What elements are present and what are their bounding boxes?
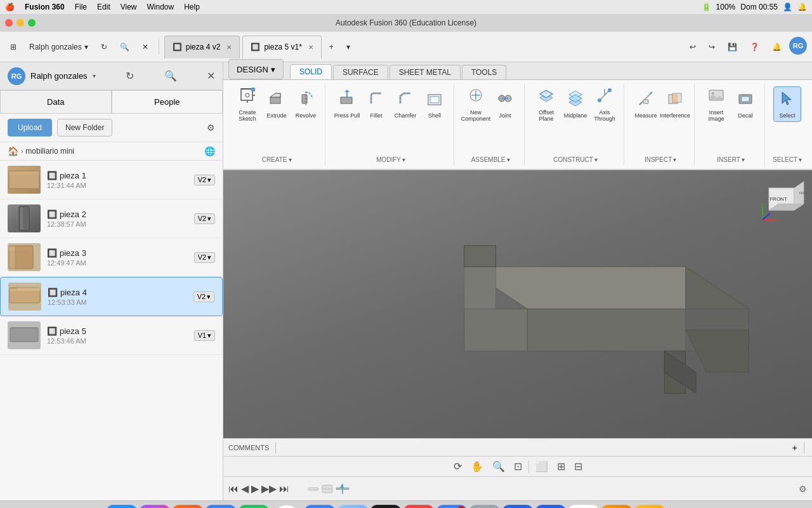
- menu-edit[interactable]: Edit: [97, 3, 110, 11]
- tab-overflow-button[interactable]: ▾: [341, 37, 355, 57]
- user-account-button[interactable]: Ralph gonzales ▾: [24, 37, 93, 57]
- ribbon-tab-surface[interactable]: SURFACE: [333, 65, 388, 79]
- comments-add-button[interactable]: +: [792, 443, 797, 453]
- pan-button[interactable]: ✋: [468, 459, 486, 474]
- navigation-cube[interactable]: FRONT RIGHT x y: [756, 175, 807, 226]
- refresh-button[interactable]: ↻: [96, 37, 112, 57]
- ribbon-tab-tools[interactable]: TOOLS: [462, 65, 506, 79]
- file-version-selector[interactable]: V2 ▾: [194, 175, 215, 185]
- animation-end-button[interactable]: ⏭: [279, 483, 289, 495]
- dock-item-launchpad[interactable]: 🚀: [173, 505, 203, 509]
- menu-window[interactable]: Window: [147, 3, 174, 11]
- upload-button[interactable]: Upload: [8, 119, 52, 137]
- shell-button[interactable]: Shell: [421, 86, 449, 122]
- dock-item-photos[interactable]: 🌸: [568, 505, 599, 509]
- zoom-button[interactable]: 🔍: [490, 459, 508, 474]
- select-button[interactable]: Select: [773, 86, 801, 122]
- new-component-button[interactable]: New Component: [462, 86, 490, 122]
- new-tab-button[interactable]: +: [324, 37, 339, 57]
- tab-pieza5[interactable]: 🔲 pieza 5 v1* ✕: [242, 36, 321, 58]
- list-item[interactable]: 🔲 pieza 1 12:31:44 AM V2 ▾: [0, 161, 223, 199]
- file-version-selector[interactable]: V2 ▾: [193, 291, 214, 302]
- dock-item-zoom[interactable]: 📹: [535, 505, 566, 509]
- grid-button[interactable]: ⊞: [554, 459, 568, 474]
- apple-logo-icon[interactable]: 🍎: [5, 3, 15, 11]
- dock-item-music[interactable]: 🎵: [403, 505, 434, 509]
- ribbon-tab-solid[interactable]: SOLID: [290, 64, 332, 79]
- chamfer-button[interactable]: Chamfer: [391, 86, 419, 122]
- dock-item-folder[interactable]: 📂: [337, 505, 368, 509]
- interference-button[interactable]: Interference: [661, 86, 689, 122]
- dock-item-iphone[interactable]: 📱: [370, 505, 401, 509]
- home-icon[interactable]: 🏠: [8, 146, 18, 156]
- dock-item-fusion360-alt[interactable]: 🟡: [634, 505, 665, 509]
- minimize-window-button[interactable]: [16, 19, 24, 27]
- user-avatar[interactable]: RG: [789, 37, 807, 55]
- press-pull-button[interactable]: Press Pull: [333, 86, 361, 122]
- measure-button[interactable]: Measure: [632, 86, 660, 122]
- dock-item-fusion360[interactable]: 🟠: [601, 505, 632, 509]
- sidebar-tab-people[interactable]: People: [112, 90, 223, 113]
- midplane-button[interactable]: Midplane: [561, 86, 589, 122]
- dock-item-sysprefs[interactable]: ⚙️: [469, 505, 500, 509]
- file-version-selector[interactable]: V2 ▾: [194, 252, 215, 263]
- search-button[interactable]: 🔍: [115, 37, 134, 57]
- dock-item-siri[interactable]: 🎙: [140, 505, 170, 509]
- save-button[interactable]: 💾: [723, 37, 742, 57]
- notifications-icon[interactable]: 🔔: [797, 3, 807, 11]
- maximize-window-button[interactable]: [28, 19, 36, 27]
- breadcrumb-folder[interactable]: mobiliario mini: [25, 147, 74, 156]
- undo-button[interactable]: ↩: [684, 37, 701, 57]
- search-sidebar-button[interactable]: 🔍: [164, 70, 177, 82]
- create-sketch-button[interactable]: CreateSketch: [233, 86, 261, 122]
- list-item[interactable]: 🔲 pieza 3 12:49:47 AM V2 ▾: [0, 238, 223, 277]
- animation-next-button[interactable]: ▶▶: [261, 483, 277, 495]
- tab-close-button[interactable]: ✕: [226, 44, 232, 51]
- joint-button[interactable]: Joint: [491, 86, 519, 122]
- viewport[interactable]: ◀ BROWSER ─ ▼ 👁 📄 pieza 5 v1 ⚙ ▶ ⚙ Docum…: [223, 170, 812, 500]
- layout-button[interactable]: ⊟: [572, 459, 585, 474]
- refresh-sidebar-button[interactable]: ↻: [126, 70, 134, 82]
- redo-button[interactable]: ↪: [704, 37, 720, 57]
- revolve-button[interactable]: Revolve: [292, 86, 320, 122]
- close-panel-button[interactable]: ✕: [137, 37, 154, 57]
- menu-file[interactable]: File: [75, 3, 87, 11]
- orbit-button[interactable]: ⟳: [451, 459, 464, 474]
- menu-help[interactable]: Help: [184, 3, 200, 11]
- dock-item-whatsapp[interactable]: 💬: [239, 505, 269, 509]
- notifications-bell-button[interactable]: 🔔: [767, 37, 787, 57]
- sidebar-tab-data[interactable]: Data: [0, 90, 112, 113]
- dock-item-word[interactable]: 📝: [502, 505, 533, 509]
- file-version-selector[interactable]: V1 ▾: [194, 330, 215, 341]
- list-item[interactable]: 🔲 pieza 2 12:38:57 AM V2 ▾: [0, 199, 223, 238]
- animation-settings-button[interactable]: ⚙: [799, 484, 807, 494]
- insert-image-button[interactable]: Insert Image: [702, 86, 730, 122]
- tab-close-button[interactable]: ✕: [308, 44, 313, 51]
- dock-item-mail[interactable]: ✉️: [304, 505, 335, 509]
- profile-icon[interactable]: 👤: [783, 3, 792, 11]
- offset-plane-button[interactable]: Offset Plane: [532, 86, 560, 122]
- tab-pieza4[interactable]: 🔲 pieza 4 v2 ✕: [164, 36, 240, 58]
- fillet-button[interactable]: Fillet: [362, 86, 390, 122]
- list-item[interactable]: 🔲 pieza 5 12:53:46 AM V1 ▾: [0, 316, 223, 355]
- ribbon-tab-sheet-metal[interactable]: SHEET METAL: [390, 65, 461, 79]
- menu-view[interactable]: View: [121, 3, 137, 11]
- dock-item-chrome[interactable]: 🟢: [272, 505, 302, 509]
- design-dropdown-button[interactable]: DESIGN ▾: [228, 59, 284, 79]
- new-folder-button[interactable]: New Folder: [57, 119, 112, 137]
- file-version-selector[interactable]: V2 ▾: [194, 213, 215, 224]
- close-sidebar-button[interactable]: ✕: [207, 70, 215, 82]
- axis-button[interactable]: Axis Through: [591, 86, 619, 122]
- dock-item-finder[interactable]: 🔵: [107, 505, 137, 509]
- dock-item-safari[interactable]: 🧭: [206, 505, 236, 509]
- globe-icon[interactable]: 🌐: [204, 146, 215, 156]
- decal-button[interactable]: Decal: [731, 86, 759, 122]
- sidebar-settings-button[interactable]: ⚙: [207, 123, 215, 133]
- animation-rewind-button[interactable]: ⏮: [228, 483, 239, 495]
- help-button[interactable]: ❓: [745, 37, 764, 57]
- extrude-button[interactable]: Extrude: [263, 86, 291, 122]
- dock-item-trash[interactable]: 🗑: [676, 505, 706, 509]
- animation-play-button[interactable]: ▶: [251, 483, 259, 495]
- animation-prev-button[interactable]: ◀: [241, 483, 249, 495]
- apps-grid-button[interactable]: ⊞: [5, 37, 22, 57]
